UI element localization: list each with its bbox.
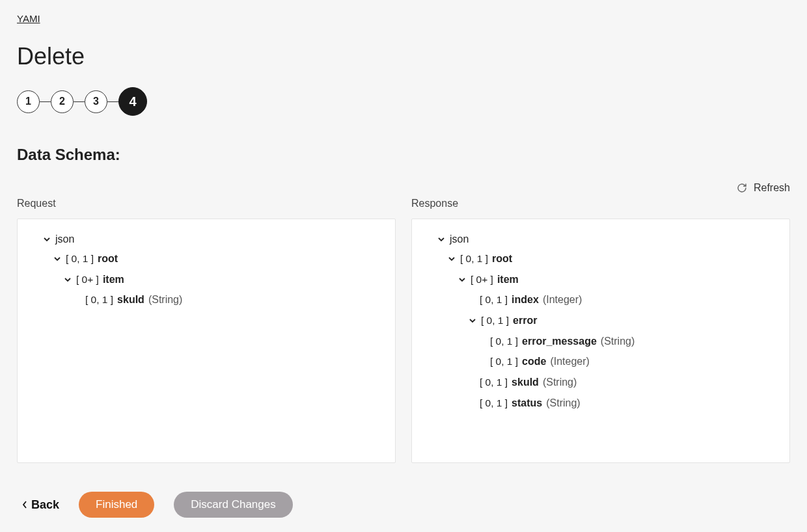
tree-cardinality: [ 0, 1 ] bbox=[85, 293, 113, 307]
tree-node-label: json bbox=[450, 233, 469, 245]
response-panel-label: Response bbox=[411, 198, 790, 209]
wizard-step-4[interactable]: 4 bbox=[118, 87, 147, 116]
tree-node-name: code bbox=[522, 356, 546, 367]
tree-node-type: (Integer) bbox=[543, 294, 582, 306]
tree-node-json[interactable]: json bbox=[31, 233, 382, 245]
tree-cardinality: [ 0, 1 ] bbox=[490, 354, 518, 369]
tree-node-root[interactable]: [ 0, 1 ] root bbox=[425, 252, 776, 266]
finished-button[interactable]: Finished bbox=[79, 492, 154, 518]
wizard-connector bbox=[40, 101, 51, 102]
tree-node-error[interactable]: [ 0, 1 ] error bbox=[425, 313, 776, 328]
tree-node-type: (Integer) bbox=[550, 356, 589, 367]
discard-changes-button[interactable]: Discard Changes bbox=[174, 492, 292, 518]
tree-node-type: (String) bbox=[546, 397, 580, 409]
response-schema-panel: json [ 0, 1 ] root [ 0+ ] item bbox=[411, 219, 790, 463]
tree-node-status[interactable]: [ 0, 1 ] status (String) bbox=[425, 396, 776, 410]
wizard-connector bbox=[107, 101, 118, 102]
wizard-step-2[interactable]: 2 bbox=[51, 90, 74, 113]
breadcrumb-link[interactable]: YAMI bbox=[17, 13, 40, 24]
refresh-label: Refresh bbox=[754, 182, 790, 194]
tree-cardinality: [ 0+ ] bbox=[471, 273, 493, 287]
tree-node-name: item bbox=[103, 274, 124, 286]
chevron-down-icon[interactable] bbox=[437, 236, 446, 243]
tree-node-type: (String) bbox=[601, 336, 635, 347]
tree-node-code[interactable]: [ 0, 1 ] code (Integer) bbox=[425, 354, 776, 369]
tree-node-label: json bbox=[55, 233, 74, 245]
wizard-stepper: 1 2 3 4 bbox=[17, 87, 790, 116]
tree-cardinality: [ 0, 1 ] bbox=[480, 293, 508, 307]
tree-node-name: error_message bbox=[522, 336, 597, 347]
tree-node-name: item bbox=[497, 274, 519, 286]
tree-node-name: skuId bbox=[512, 377, 539, 388]
tree-node-item[interactable]: [ 0+ ] item bbox=[425, 273, 776, 287]
wizard-step-3[interactable]: 3 bbox=[85, 90, 107, 113]
page-title: Delete bbox=[17, 43, 790, 70]
tree-cardinality: [ 0, 1 ] bbox=[481, 313, 509, 328]
tree-node-skuid[interactable]: [ 0, 1 ] skuId (String) bbox=[425, 375, 776, 390]
tree-cardinality: [ 0, 1 ] bbox=[490, 334, 518, 349]
tree-node-json[interactable]: json bbox=[425, 233, 776, 245]
tree-node-name: status bbox=[512, 397, 542, 409]
request-schema-panel: json [ 0, 1 ] root [ 0+ ] item bbox=[17, 219, 396, 463]
back-label: Back bbox=[31, 498, 59, 512]
tree-node-error-message[interactable]: [ 0, 1 ] error_message (String) bbox=[425, 334, 776, 349]
tree-node-name: error bbox=[513, 315, 537, 326]
tree-cardinality: [ 0, 1 ] bbox=[480, 375, 508, 390]
tree-node-name: root bbox=[492, 253, 512, 265]
chevron-down-icon[interactable] bbox=[458, 276, 467, 283]
tree-cardinality: [ 0, 1 ] bbox=[460, 252, 488, 266]
chevron-down-icon[interactable] bbox=[468, 317, 477, 324]
tree-node-index[interactable]: [ 0, 1 ] index (Integer) bbox=[425, 293, 776, 307]
chevron-down-icon[interactable] bbox=[447, 256, 456, 262]
chevron-down-icon[interactable] bbox=[42, 236, 51, 243]
wizard-step-1[interactable]: 1 bbox=[17, 90, 40, 113]
refresh-icon bbox=[737, 183, 747, 193]
section-title: Data Schema: bbox=[17, 146, 790, 164]
tree-node-type: (String) bbox=[543, 377, 577, 388]
tree-node-root[interactable]: [ 0, 1 ] root bbox=[31, 252, 382, 266]
tree-node-name: root bbox=[98, 253, 118, 265]
wizard-connector bbox=[74, 101, 85, 102]
tree-node-skuid[interactable]: [ 0, 1 ] skuId (String) bbox=[31, 293, 382, 307]
tree-node-name: index bbox=[512, 294, 539, 306]
refresh-button[interactable]: Refresh bbox=[17, 182, 790, 194]
tree-cardinality: [ 0+ ] bbox=[76, 273, 99, 287]
tree-cardinality: [ 0, 1 ] bbox=[480, 396, 508, 410]
back-button[interactable]: Back bbox=[22, 498, 59, 512]
chevron-down-icon[interactable] bbox=[63, 276, 72, 283]
chevron-left-icon bbox=[22, 501, 27, 509]
chevron-down-icon[interactable] bbox=[53, 256, 62, 262]
request-panel-label: Request bbox=[17, 198, 396, 209]
tree-cardinality: [ 0, 1 ] bbox=[66, 252, 94, 266]
tree-node-item[interactable]: [ 0+ ] item bbox=[31, 273, 382, 287]
tree-node-name: skuId bbox=[117, 294, 144, 306]
tree-node-type: (String) bbox=[148, 294, 182, 306]
